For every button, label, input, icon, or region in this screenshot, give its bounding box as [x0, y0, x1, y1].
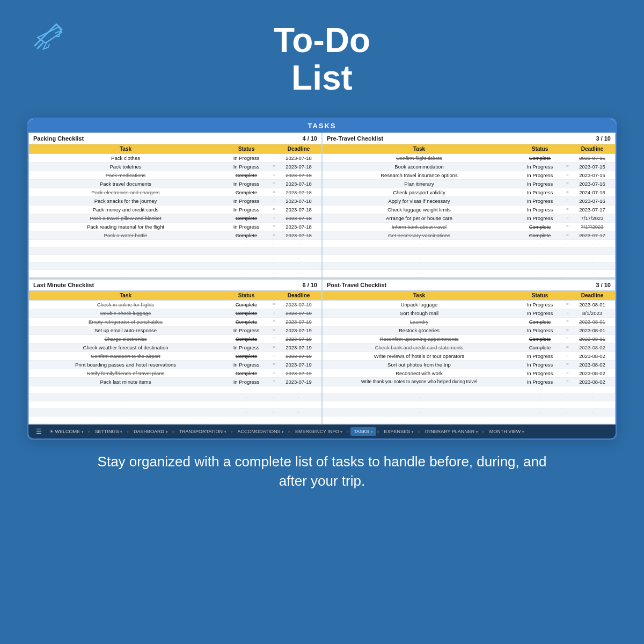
spreadsheet-body: Packing Checklist 4 / 10 Task Status Dea…	[28, 133, 616, 425]
empty-row: ····	[323, 409, 615, 416]
table-row: Confirm transport to the airportComplete…	[29, 352, 321, 361]
table-row: Charge electronicsComplete=2023-07-19	[29, 335, 321, 343]
table-row: Reconnect with workIn Progress=2023-08-0…	[323, 369, 615, 378]
nav-accomodations[interactable]: ACCOMODATIONS ▾	[235, 427, 287, 436]
col-status: Status	[516, 291, 564, 300]
page-wrapper: To-Do List TASKS Packing Checklist 4 / 1…	[0, 0, 644, 644]
packing-title: Packing Checklist	[33, 135, 84, 142]
col-task: Task	[323, 291, 516, 300]
empty-row: ····	[323, 386, 615, 394]
empty-row: ····	[29, 255, 321, 262]
empty-row: ····	[323, 240, 615, 247]
table-row: Print boarding passes and hotel reservat…	[29, 361, 321, 369]
empty-row: ····	[29, 394, 321, 401]
empty-row: ····	[29, 262, 321, 270]
table-row: Set up email auto-responseIn Progress=20…	[29, 326, 321, 335]
col-status: Status	[222, 144, 270, 153]
col-sep	[270, 291, 276, 300]
table-row: Notify family/friends of travel plansCom…	[29, 369, 321, 378]
nav-welcome[interactable]: ☀ WELCOME ▾	[46, 427, 87, 436]
table-row: Check weather forecast of destinationIn …	[29, 343, 321, 352]
packing-col-headers: Task Status Deadline	[29, 144, 321, 154]
table-row: Check luggage weight limitsIn Progress=2…	[323, 206, 615, 214]
col-deadline: Deadline	[276, 144, 321, 153]
nav-transportation[interactable]: TRANSPORTATION ▾	[176, 427, 230, 436]
table-row: Pack toiletriesIn Progress=2023-07-18	[29, 163, 321, 171]
table-row: Empty refrigerator of perishablesComplet…	[29, 318, 321, 326]
col-task: Task	[29, 144, 222, 153]
col-status: Status	[222, 291, 270, 300]
section-pretravel: Pre-Travel Checklist 3 / 10 Task Status …	[322, 133, 616, 278]
table-row: Research travel insurance optionsIn Prog…	[323, 171, 615, 180]
table-row: Arrange for pet or house careIn Progress…	[323, 214, 615, 223]
plane-icon	[27, 16, 70, 59]
empty-row: ····	[29, 386, 321, 394]
empty-row: ····	[323, 394, 615, 401]
empty-row: ····	[29, 409, 321, 416]
posttravel-title: Post-Travel Checklist	[327, 282, 386, 288]
table-row: Get necessary vaccinationsComplete=2023-…	[323, 231, 615, 240]
col-sep	[564, 291, 569, 300]
table-row: Pack last minute itemsIn Progress=2023-0…	[29, 378, 321, 386]
posttravel-header: Post-Travel Checklist 3 / 10	[323, 280, 615, 291]
pretravel-title: Pre-Travel Checklist	[327, 135, 383, 142]
lastminute-col-headers: Task Status Deadline	[29, 291, 321, 301]
lastminute-title: Last Minute Checklist	[33, 282, 94, 288]
section-lastminute: Last Minute Checklist 6 / 10 Task Status…	[28, 279, 322, 425]
table-row: Check bank and credit card statementsCom…	[323, 343, 615, 352]
col-task: Task	[323, 144, 516, 153]
table-row: Check passport validityIn Progress=2024-…	[323, 188, 615, 197]
packing-count: 4 / 10	[302, 135, 317, 142]
table-row: Pack snacks for the journeyIn Progress=2…	[29, 197, 321, 206]
table-row: Pack a travel pillow and blanketComplete…	[29, 214, 321, 223]
empty-row: ····	[29, 270, 321, 277]
nav-dashboard[interactable]: DASHBOARD ▾	[130, 427, 171, 436]
posttravel-count: 3 / 10	[596, 282, 611, 288]
table-row: Sort through mailIn Progress=8/1/2023	[323, 309, 615, 318]
empty-row: ····	[29, 247, 321, 255]
subtitle-text: Stay organized with a complete list of t…	[94, 452, 550, 491]
nav-emergency[interactable]: EMERGENCY INFO ▾	[292, 427, 346, 436]
empty-row: ····	[29, 416, 321, 424]
table-row: Pack travel documentsIn Progress=2023-07…	[29, 180, 321, 188]
table-row: Write thank you notes to anyone who help…	[323, 378, 615, 386]
nav-tasks[interactable]: TASKS ▾	[350, 427, 376, 436]
col-deadline: Deadline	[569, 144, 615, 153]
table-row: Book accommodationIn Progress=2023-07-15	[323, 163, 615, 171]
lastminute-count: 6 / 10	[302, 282, 317, 288]
empty-row: ····	[323, 247, 615, 255]
empty-row: ····	[323, 255, 615, 262]
table-row: LaundryComplete=2023-08-01	[323, 318, 615, 326]
empty-row: ····	[29, 401, 321, 409]
hamburger-icon[interactable]: ☰	[33, 428, 45, 435]
table-row: Pack clothesIn Progress=2023-07-18	[29, 154, 321, 163]
table-row: Restock groceriesIn Progress=2023-08-01	[323, 326, 615, 335]
empty-row: ····	[29, 240, 321, 247]
table-row: Pack electronics and chargersComplete=20…	[29, 188, 321, 197]
top-area: To-Do List	[21, 16, 623, 107]
nav-itinerary[interactable]: ITINERARY PLANNER ▾	[422, 427, 481, 436]
spreadsheet-container: TASKS Packing Checklist 4 / 10 Task Stat…	[27, 118, 617, 440]
col-task: Task	[29, 291, 222, 300]
section-packing: Packing Checklist 4 / 10 Task Status Dea…	[28, 133, 322, 278]
col-deadline: Deadline	[569, 291, 615, 300]
table-row: Double-check luggageComplete=2023-07-19	[29, 309, 321, 318]
table-row: Sort out photos from the tripIn Progress…	[323, 361, 615, 369]
table-row: Confirm flight ticketsComplete=2023-07-1…	[323, 154, 615, 163]
empty-row: ····	[323, 401, 615, 409]
col-sep	[564, 144, 569, 153]
table-row: Plan itineraryIn Progress=2023-07-16	[323, 180, 615, 188]
col-sep	[270, 144, 276, 153]
table-row: Check-in online for flightsComplete=2023…	[29, 301, 321, 309]
nav-expenses[interactable]: EXPENSES ▾	[381, 427, 417, 436]
posttravel-col-headers: Task Status Deadline	[323, 291, 615, 301]
nav-monthview[interactable]: MONTH VIEW ▾	[486, 427, 528, 436]
table-row: Inform bank about travelComplete=7/17/20…	[323, 223, 615, 231]
table-row: Pack money and credit cardsIn Progress=2…	[29, 206, 321, 214]
table-row: Pack medicationsComplete=2023-07-18	[29, 171, 321, 180]
table-row: Unpack luggageIn Progress=2023-08-01	[323, 301, 615, 309]
col-status: Status	[516, 144, 564, 153]
nav-bar: ☰ ☀ WELCOME ▾ ▸ SETTINGS ▾ ▸ DASHBOARD ▾…	[28, 425, 617, 438]
nav-settings[interactable]: SETTINGS ▾	[92, 427, 126, 436]
page-title: To-Do List	[274, 21, 370, 97]
